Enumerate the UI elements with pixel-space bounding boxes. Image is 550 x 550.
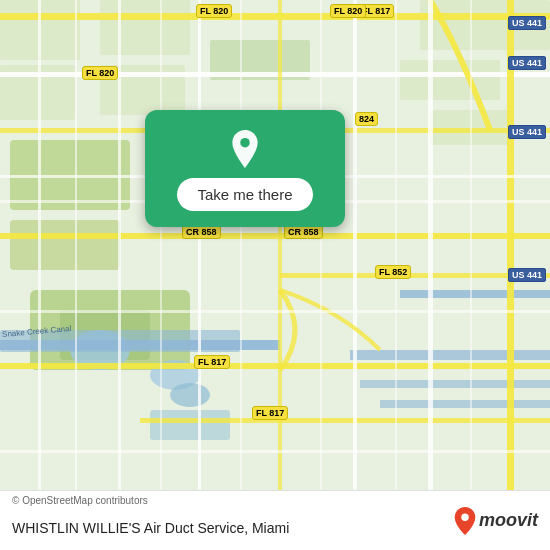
svg-rect-7 [10,220,120,270]
moovit-text: moovit [479,510,538,531]
svg-rect-18 [360,380,550,388]
road-label-cr858-1: CR 858 [182,225,221,239]
road-label-us441-2: US 441 [508,56,546,70]
svg-point-47 [240,138,250,148]
road-label-fl852: FL 852 [375,265,411,279]
road-label-fl820-mid: FL 820 [196,4,232,18]
svg-rect-34 [198,0,201,490]
svg-point-48 [461,513,468,520]
svg-rect-2 [100,0,190,55]
svg-rect-23 [0,13,550,20]
svg-rect-29 [140,418,550,423]
location-name: WHISTLIN WILLIE'S Air Duct Service, Miam… [12,520,289,536]
road-label-us441-3: US 441 [508,125,546,139]
road-label-fl817-bot2: FL 817 [252,406,288,420]
location-pin-icon [226,130,264,168]
svg-rect-21 [400,60,500,100]
svg-rect-32 [353,0,357,490]
svg-rect-30 [507,0,514,490]
svg-rect-17 [350,350,550,360]
svg-rect-45 [395,0,397,490]
svg-rect-43 [240,0,242,490]
road-label-fl820-right: FL 820 [330,4,366,18]
svg-rect-36 [38,0,41,490]
svg-rect-28 [0,363,550,369]
road-label-824: 824 [355,112,378,126]
svg-rect-40 [0,450,550,453]
road-label-cr858-2: CR 858 [284,225,323,239]
svg-rect-26 [0,233,550,239]
svg-rect-41 [75,0,77,490]
svg-point-14 [170,383,210,407]
map-container: FL 817 FL 820 FL 820 FL 820 US 441 US 44… [0,0,550,490]
moovit-pin-icon [454,507,476,535]
map-attribution: © OpenStreetMap contributors [12,495,148,506]
svg-rect-46 [470,0,472,490]
svg-rect-44 [320,0,322,490]
take-me-there-button[interactable]: Take me there [177,178,312,211]
popup-card: Take me there [145,110,345,227]
svg-rect-31 [428,0,433,490]
svg-rect-35 [118,0,121,490]
moovit-logo: moovit [454,507,538,535]
svg-rect-42 [160,0,162,490]
svg-rect-16 [400,290,550,298]
road-label-fl820-left: FL 820 [82,66,118,80]
road-label-us441-1: US 441 [508,16,546,30]
svg-rect-19 [380,400,550,408]
road-label-fl817-bot: FL 817 [194,355,230,369]
road-label-us441-4: US 441 [508,268,546,282]
svg-rect-39 [0,310,550,313]
bottom-bar: © OpenStreetMap contributors WHISTLIN WI… [0,490,550,550]
